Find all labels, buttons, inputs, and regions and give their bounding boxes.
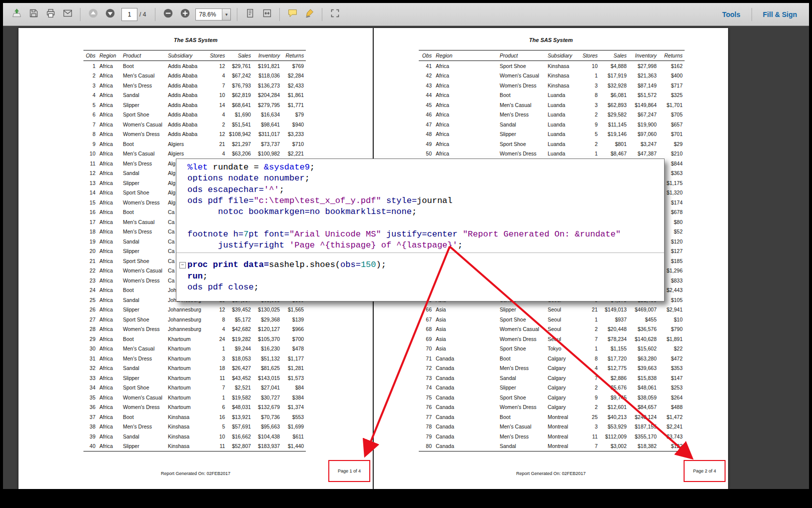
table-row: 78CanadaMen's CasualMontreal3$53,929$187… [419,422,685,432]
table-row: 77CanadaBootMontreal25$40,213$240,124$1,… [419,412,685,422]
table-row: 50AfricaWomen's DressLuanda1$8,467$47,38… [419,149,685,159]
table-row: 42AfricaWomen's CasualKinshasa1$17,919$2… [419,71,685,81]
table-row: 76CanadaWomen's DressCalgary2$12,601$84,… [419,402,685,412]
table-header-row: ObsRegionProductSubsidiaryStoresSalesInv… [83,50,306,61]
table-row: 44AfricaBootLuanda8$6,081$51,572$325 [419,90,685,100]
table-row: 1AfricaBootAddis Ababa12$29,761$191,821$… [83,61,306,71]
column-header: Product [498,50,546,61]
toolbar-separator [322,8,322,21]
fullscreen-button[interactable] [327,7,342,22]
table-row: 80CanadaSandalMontreal7$3,002$18,382$122 [419,442,685,452]
table-row: 40AfricaSlipperKinshasa11$52,807$183,937… [83,442,306,452]
email-icon [62,8,73,20]
code-line: ods pdf file="c:\temp\test_x_of_y.pdf" s… [176,196,664,206]
page-scroll-view-button[interactable] [242,7,257,22]
column-header: Subsidiary [546,50,579,61]
table-row: 28AfricaWomen's DressJohannesburg4$42,68… [83,324,306,334]
toolbar-separator [155,8,155,21]
next-page-icon [105,8,115,20]
table-row: 41AfricaSport ShoeKinshasa10$4,888$27,99… [419,61,685,71]
fill-and-sign-button[interactable]: Fill & Sign [756,10,804,18]
table-row: 66AsiaSlipperSeoul21$149,013$469,007$2,9… [419,305,685,315]
previous-page-button[interactable] [85,7,100,22]
zoom-level-select[interactable]: 78.6% ▾ [195,8,231,20]
table-row: 33AfricaSlipperKhartoum11$43,452$143,015… [83,373,306,383]
sign-icon [304,8,315,20]
code-line: run; [176,271,664,282]
table-row: 3AfricaMen's DressAddis Ababa7$76,793$13… [83,80,306,90]
table-row: 36AfricaWomen's DressKhartoum6$48,031$13… [83,402,306,412]
save-button[interactable] [26,7,41,22]
zoom-in-button[interactable] [177,7,192,22]
column-header: Subsidiary [166,50,208,61]
column-header: Returns [282,50,306,61]
code-line: %let rundate = &sysdate9; [176,162,664,173]
table-row: 35AfricaWomen's CasualKhartoum1$19,582$3… [83,392,306,402]
table-row: 75CanadaSport ShoeCalgary9$9,745$38,059$… [419,392,685,402]
print-button[interactable] [43,7,58,22]
table-row: 4AfricaSandalAddis Ababa10$62,819$204,28… [83,90,306,100]
table-row: 79CanadaMen's DressMontreal11$112,009$35… [419,432,685,442]
code-line: footnote h=7pt font="Arial Unicode MS" j… [176,229,664,240]
print-icon [45,8,56,20]
comment-button[interactable] [285,7,300,22]
table-row: 72CanadaMen's DressCalgary4$12,775$39,66… [419,364,685,374]
table-row: 74CanadaSlipperCalgary2$5,676$48,061$253 [419,383,685,393]
table-row: 5AfricaSlipperAddis Ababa14$68,641$279,7… [83,100,306,110]
table-row: 69AsiaWomen's DressSeoul7$78,234$140,628… [419,334,685,344]
table-header-row: ObsRegionProductSubsidiaryStoresSalesInv… [419,50,685,61]
comment-icon [287,8,298,20]
report-footer: Report Generated On: 02FEB2017 [374,471,728,476]
table-row: 29AfricaBootKhartoum24$19,282$105,370$70… [83,334,306,344]
page-scroll-view-icon [245,8,255,20]
chevron-down-icon[interactable]: ▾ [222,9,230,20]
collapse-toggle-icon: − [179,262,186,268]
toolbar-separator [752,8,752,21]
column-header: Sales [600,50,629,61]
fullscreen-icon [330,8,340,20]
code-line: options nodate nonumber; [176,173,664,184]
page-number-text: Page 1 of 4 [338,468,361,474]
code-line: ods escapechar='^'; [176,184,664,196]
code-editor: %let rundate = &sysdate9;options nodate … [176,159,664,293]
document-viewer[interactable]: The SAS System ObsRegionProductSubsidiar… [3,26,809,489]
page-number-text: Page 2 of 4 [693,468,716,474]
toolbar-separator [80,8,80,21]
column-header: Returns [659,50,685,61]
next-page-button[interactable] [102,7,117,22]
previous-page-icon [88,8,98,20]
table-row: 48AfricaSlipperLuanda5$19,146$97,060$701 [419,130,685,140]
table-row: 68AsiaWomen's CasualSeoul2$20,448$36,576… [419,324,685,334]
page-count-label: / 4 [139,11,146,18]
tools-button[interactable]: Tools [715,10,747,18]
open-button[interactable] [9,7,24,22]
save-icon [28,8,39,20]
acrobat-window: / 4 78.6% ▾ Tools [3,3,809,489]
email-button[interactable] [60,7,75,22]
column-header: Stores [579,50,600,61]
table-row: 38AfricaMen's DressKinshasa5$57,691$95,6… [83,422,306,432]
column-header: Inventory [253,50,282,61]
table-row: 71CanadaBootCalgary8$17,720$63,280$472 [419,354,685,364]
sign-button[interactable] [302,7,317,22]
toolbar-separator [279,8,280,21]
column-header: Stores [208,50,227,61]
page-number-highlight: Page 2 of 4 [684,460,726,482]
code-line: justify=right 'Page ^{thispage} of ^{las… [176,240,664,251]
zoom-out-icon [163,8,173,20]
code-line: notoc bookmarkgen=no bookmarklist=none; [176,206,664,218]
page-number-input[interactable] [121,8,137,21]
zoom-out-button[interactable] [160,7,175,22]
column-header: Obs [419,50,434,61]
table-row: 46AfricaMen's DressLuanda2$29,582$67,247… [419,110,685,120]
table-row: 7AfricaWomen's CasualAddis Ababa2$51,541… [83,120,306,130]
table-row: 49AfricaSport ShoeLuanda2$801$3,247$29 [419,139,685,149]
table-row: 2AfricaMen's CasualAddis Ababa4$67,242$1… [83,71,306,81]
table-row: 9AfricaBootAlgiers21$21,297$73,737$710 [83,139,306,149]
column-header: Sales [227,50,253,61]
page-number-highlight: Page 1 of 4 [328,460,370,482]
fit-width-button[interactable] [259,7,274,22]
table-row: 43AfricaWomen's DressKinshasa3$32,928$87… [419,80,685,90]
table-row: 67AsiaSport ShoeSeoul1$937$455$10 [419,314,685,324]
table-row: 31AfricaMen's DressKhartoum3$18,053$51,1… [83,354,306,364]
